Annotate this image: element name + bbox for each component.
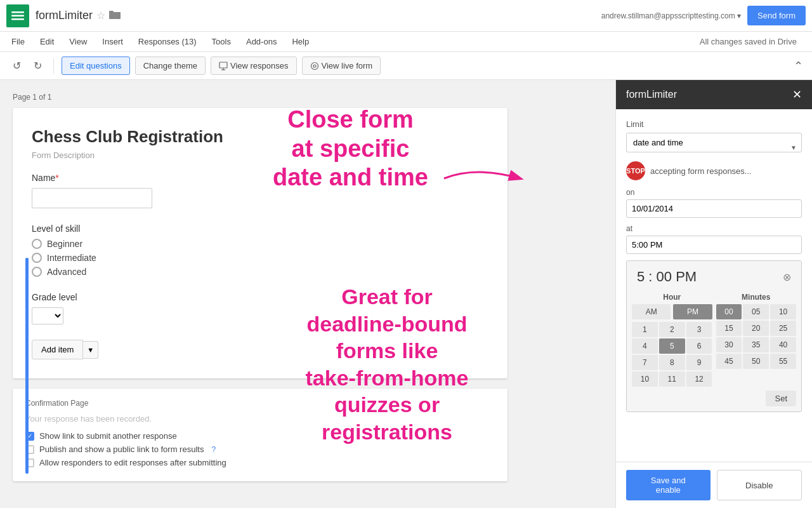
hour-section: Hour AM PM 1 2 3 4 5 6 7 <box>632 293 712 387</box>
title-area: formLimiter ☆ <box>36 9 595 22</box>
checkbox-row-3[interactable]: Allow responders to edit responses after… <box>25 458 495 467</box>
menu-edit[interactable]: Edit <box>37 34 56 49</box>
hour-11[interactable]: 11 <box>659 371 685 387</box>
time-input[interactable] <box>626 236 802 254</box>
min-25[interactable]: 25 <box>770 321 796 336</box>
form-description: Form Description <box>32 150 488 160</box>
min-45[interactable]: 45 <box>716 354 742 369</box>
view-responses-button[interactable]: View responses <box>211 57 297 75</box>
menu-addons[interactable]: Add-ons <box>244 34 279 49</box>
add-item-area: Add item ▼ <box>32 340 488 359</box>
add-item-button[interactable]: Add item <box>32 340 83 359</box>
min-15[interactable]: 15 <box>716 321 742 336</box>
set-row: Set <box>632 387 796 406</box>
user-email[interactable]: andrew.stillman@appsscripttesting.com ▾ <box>601 11 741 20</box>
min-05[interactable]: 05 <box>743 304 769 319</box>
stop-row: STOP accepting form responses... <box>626 161 802 180</box>
pm-button[interactable]: PM <box>673 304 712 319</box>
time-display: 5 : 00 PM ⊗ <box>632 266 796 288</box>
clear-time-button[interactable]: ⊗ <box>783 271 791 283</box>
menu-help[interactable]: Help <box>289 34 311 49</box>
panel-close-button[interactable]: ✕ <box>792 88 802 102</box>
checkbox-row-2[interactable]: Publish and show a public link to form r… <box>25 444 495 454</box>
radio-circle <box>32 239 42 249</box>
star-icon[interactable]: ☆ <box>96 10 105 22</box>
hour-6[interactable]: 6 <box>686 338 712 354</box>
min-30[interactable]: 30 <box>716 337 742 352</box>
set-button[interactable]: Set <box>766 391 796 406</box>
view-live-form-button[interactable]: View live form <box>302 57 381 75</box>
checkbox-row-1[interactable]: ✓ Show link to submit another response <box>25 431 495 441</box>
form-card: Chess Club Registration Form Description… <box>13 108 508 378</box>
checkbox-2-label: Publish and show a public link to form r… <box>39 444 204 454</box>
redo-button[interactable]: ↻ <box>30 57 46 74</box>
name-input[interactable] <box>32 188 152 208</box>
min-50[interactable]: 50 <box>743 354 769 369</box>
hour-12[interactable]: 12 <box>686 371 712 387</box>
panel-title: formLimiter <box>626 89 677 100</box>
form-area: Page 1 of 1 Chess Club Registration Form… <box>0 80 615 508</box>
collapse-button[interactable]: ⌃ <box>794 59 803 73</box>
minutes-section: Minutes 00 05 10 15 20 25 30 35 40 45 <box>716 293 797 387</box>
hour-5[interactable]: 5 <box>659 338 685 354</box>
radio-advanced-label: Advanced <box>47 267 86 277</box>
undo-button[interactable]: ↺ <box>9 57 25 74</box>
menu-insert[interactable]: Insert <box>100 34 126 49</box>
time-grid: Hour AM PM 1 2 3 4 5 6 7 <box>632 293 796 387</box>
min-40[interactable]: 40 <box>770 337 796 352</box>
am-button[interactable]: AM <box>632 304 671 319</box>
min-20[interactable]: 20 <box>743 321 769 336</box>
svg-rect-2 <box>11 18 24 20</box>
at-label: at <box>626 224 802 233</box>
app-icon <box>6 4 29 27</box>
right-panel: formLimiter ✕ Limit date and time number… <box>615 80 812 508</box>
svg-point-5 <box>313 65 316 67</box>
min-35[interactable]: 35 <box>743 337 769 352</box>
question-grade: Grade level <box>32 292 488 324</box>
save-enable-button[interactable]: Save and enable <box>626 470 710 500</box>
on-label: on <box>626 188 802 197</box>
min-55[interactable]: 55 <box>770 354 796 369</box>
change-theme-button[interactable]: Change theme <box>135 57 206 75</box>
radio-beginner[interactable]: Beginner <box>32 239 488 249</box>
limit-select[interactable]: date and time number of responses not se… <box>626 133 802 152</box>
stop-text: accepting form responses... <box>650 166 752 176</box>
page-label: Page 1 of 1 <box>13 93 603 102</box>
menu-view[interactable]: View <box>67 34 89 49</box>
user-area: andrew.stillman@appsscripttesting.com ▾ … <box>601 6 806 25</box>
radio-beginner-label: Beginner <box>47 239 82 249</box>
menu-responses[interactable]: Responses (13) <box>136 34 199 49</box>
min-10[interactable]: 10 <box>770 304 796 319</box>
confirmation-title: Confirmation Page <box>25 399 495 408</box>
edit-questions-button[interactable]: Edit questions <box>62 57 130 75</box>
hour-1[interactable]: 1 <box>632 322 658 337</box>
date-input[interactable] <box>626 199 802 218</box>
hour-2[interactable]: 2 <box>659 322 685 337</box>
menu-bar: File Edit View Insert Responses (13) Too… <box>0 32 812 52</box>
hour-10[interactable]: 10 <box>632 371 658 387</box>
min-00[interactable]: 00 <box>716 304 742 319</box>
hour-9[interactable]: 9 <box>686 355 712 370</box>
radio-intermediate[interactable]: Intermediate <box>32 253 488 263</box>
menu-tools[interactable]: Tools <box>209 34 233 49</box>
confirmation-card: Confirmation Page Your response has been… <box>13 389 508 481</box>
minutes-header: Minutes <box>716 293 797 302</box>
hour-3[interactable]: 3 <box>686 322 712 337</box>
hour-7[interactable]: 7 <box>632 355 658 370</box>
saved-status: All changes saved in Drive <box>700 37 797 46</box>
question-skill-label: Level of skill <box>32 224 488 234</box>
hour-4[interactable]: 4 <box>632 338 658 354</box>
radio-advanced[interactable]: Advanced <box>32 267 488 277</box>
stop-icon: STOP <box>626 161 645 180</box>
app-title: formLimiter <box>36 9 93 22</box>
disable-button[interactable]: Disable <box>717 470 802 500</box>
help-icon[interactable]: ? <box>211 445 216 454</box>
add-item-dropdown[interactable]: ▼ <box>83 341 98 359</box>
hour-8[interactable]: 8 <box>659 355 685 370</box>
radio-intermediate-label: Intermediate <box>47 253 96 263</box>
limit-label: Limit <box>626 119 802 129</box>
send-form-button[interactable]: Send form <box>747 6 806 25</box>
limit-select-wrapper: date and time number of responses not se… <box>626 133 802 161</box>
menu-file[interactable]: File <box>9 34 27 49</box>
grade-select[interactable] <box>32 307 63 324</box>
